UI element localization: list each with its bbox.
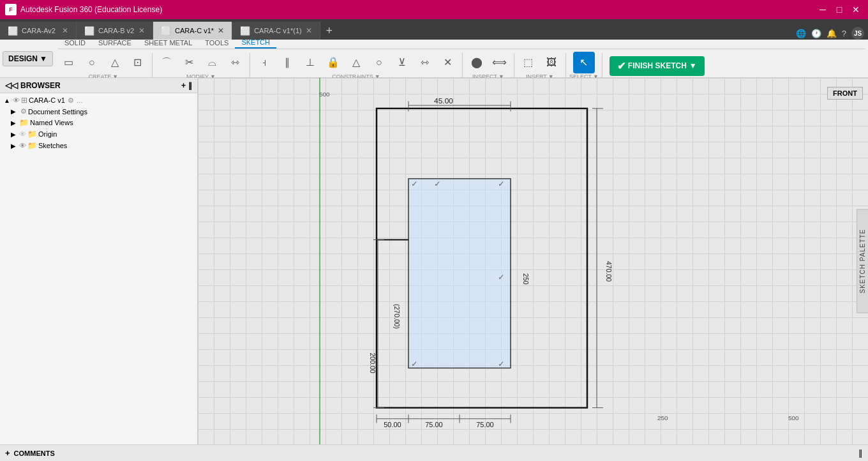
tab-label-2: CARA-B v2	[98, 27, 134, 34]
restore-button[interactable]: □	[832, 3, 846, 17]
tool-triangle[interactable]: △	[104, 52, 126, 73]
perp-icon: ⊥	[306, 57, 315, 68]
more-icon-root[interactable]: …	[77, 97, 83, 104]
tab-close-1[interactable]: ✕	[62, 26, 68, 35]
tab-icon-4: ⬜	[240, 26, 250, 36]
tab-icon-1: ⬜	[8, 26, 18, 36]
browser-header: ◁◁ BROWSER + ‖	[0, 78, 197, 93]
expand-named[interactable]: ▶	[9, 119, 18, 126]
tree-item-root[interactable]: ▲ 👁 ⊞ CARA-C v1 ⚙ …	[0, 94, 197, 106]
tab-surface[interactable]: SURFACE	[92, 37, 138, 49]
finish-sketch-button[interactable]: ✔ FINISH SKETCH ▼	[610, 56, 705, 76]
trim-icon: ✂	[185, 57, 193, 68]
tree-item-doc-settings[interactable]: ▶ ⚙ Document Settings	[0, 106, 197, 117]
point-icon: ⊡	[133, 57, 142, 68]
tree-label-root: CARA-C v1	[29, 96, 65, 104]
fillet-icon: ⌒	[161, 57, 172, 68]
folder-icon-origin: 📁	[27, 130, 37, 139]
tool-insert2[interactable]: 🖼	[541, 52, 562, 73]
tab-sheet-metal[interactable]: SHEET METAL	[138, 37, 198, 49]
minimize-button[interactable]: ─	[816, 3, 830, 17]
comments-label: COMMENTS	[14, 450, 55, 457]
browser-panel: ◁◁ BROWSER + ‖ ▲ 👁 ⊞ CARA-C v1 ⚙ … ▶ ⚙ D…	[0, 78, 198, 444]
tool-symmetric[interactable]: ⇿	[414, 52, 436, 73]
gear-icon-root[interactable]: ⚙	[68, 96, 74, 105]
sketch-palette-panel[interactable]: SKETCH PALETTE	[857, 209, 868, 313]
select-group: ↖ SELECT ▼	[569, 52, 599, 80]
tree-label-doc: Document Settings	[28, 108, 87, 116]
tool-offset[interactable]: ⌓	[202, 52, 223, 73]
tab-close-4[interactable]: ✕	[306, 26, 312, 35]
tool-fix[interactable]: ⫞	[253, 52, 275, 73]
tree-label-origin: Origin	[38, 130, 57, 138]
tool-mirror[interactable]: ⇿	[225, 52, 246, 73]
canvas-area: ✓ ✓ ✓ ✓ ✓ ✓ 45.00 470.00 250 (270.00) 20…	[198, 78, 868, 444]
divider-5	[565, 53, 566, 79]
design-label: DESIGN	[8, 54, 38, 63]
tab-icon-3: ⬜	[161, 26, 171, 36]
browser-more-icon[interactable]: ‖	[188, 81, 192, 90]
tool-perp[interactable]: ⊥	[299, 52, 321, 73]
close-button[interactable]: ✕	[849, 3, 863, 17]
tool-lock[interactable]: 🔒	[322, 52, 344, 73]
comp-icon-root: ⊞	[21, 96, 27, 105]
divider-1	[152, 53, 153, 79]
tool-trim[interactable]: ✂	[179, 52, 200, 73]
inspect1-icon: ⬤	[471, 57, 483, 68]
tab-label-3: CARA-C v1*	[175, 27, 214, 34]
tool-tangent[interactable]: ○	[368, 52, 390, 73]
tab-close-2[interactable]: ✕	[138, 26, 145, 35]
design-dropdown-button[interactable]: DESIGN ▼	[3, 51, 53, 66]
gear-icon-doc: ⚙	[20, 107, 27, 116]
offset-icon: ⌓	[208, 57, 216, 68]
tool-fillet[interactable]: ⌒	[156, 52, 177, 73]
tool-equal[interactable]: △	[345, 52, 367, 73]
expand-sketches[interactable]: ▶	[9, 142, 18, 149]
insert2-icon: 🖼	[546, 57, 557, 68]
expand-doc[interactable]: ▶	[9, 108, 18, 115]
inspect2-icon: ⟺	[492, 57, 507, 68]
tool-rectangle[interactable]: ▭	[58, 52, 80, 73]
expand-origin[interactable]: ▶	[9, 131, 18, 138]
tool-circle[interactable]: ○	[81, 52, 103, 73]
tab-label-4: CARA-C v1*(1)	[254, 27, 302, 34]
divider-2	[250, 53, 250, 79]
parallel-icon: ∥	[285, 57, 290, 68]
tool-parallel[interactable]: ∥	[276, 52, 298, 73]
eye-origin[interactable]: 👁	[19, 130, 26, 138]
tool-smooth[interactable]: ✕	[437, 52, 459, 73]
tree-item-sketches[interactable]: ▶ 👁 📁 Sketches	[0, 140, 197, 151]
tree-label-named: Named Views	[30, 119, 73, 126]
insert-group: ⬚ 🖼 INSERT ▼	[518, 52, 562, 80]
browser-add-icon[interactable]: +	[181, 81, 186, 90]
divider-6	[602, 53, 602, 79]
circle-icon: ○	[89, 57, 95, 68]
app-icon-text: F	[9, 6, 13, 13]
finish-check-icon: ✔	[617, 60, 625, 72]
finish-sketch-label: FINISH SKETCH	[628, 61, 687, 70]
modify-group: ⌒ ✂ ⌓ ⇿ MODIFY ▼	[156, 52, 246, 80]
tool-inspect1[interactable]: ⬤	[466, 52, 488, 73]
expand-root[interactable]: ▲	[3, 97, 11, 104]
app-icon: F	[5, 4, 17, 15]
tool-collinear[interactable]: ⊻	[391, 52, 413, 73]
select-icon: ↖	[580, 57, 588, 68]
comments-expand-icon[interactable]: ‖	[858, 448, 863, 458]
browser-collapse-icon[interactable]: ◁◁	[5, 80, 18, 90]
tool-insert1[interactable]: ⬚	[518, 52, 539, 73]
tab-close-3[interactable]: ✕	[218, 26, 224, 35]
tab-tools[interactable]: TOOLS	[198, 37, 235, 49]
tool-point[interactable]: ⊡	[127, 52, 149, 73]
front-view-label[interactable]: FRONT	[827, 87, 863, 100]
eye-sketches[interactable]: 👁	[19, 142, 26, 149]
tree-item-origin[interactable]: ▶ 👁 📁 Origin	[0, 128, 197, 140]
tab-sketch[interactable]: SKETCH	[235, 37, 276, 49]
tree-item-named-views[interactable]: ▶ 📁 Named Views	[0, 117, 197, 128]
tab-solid[interactable]: SOLID	[58, 37, 92, 49]
comments-bar: + COMMENTS ‖	[0, 444, 868, 461]
comments-plus-icon[interactable]: +	[5, 448, 10, 458]
axis-line	[319, 78, 320, 444]
eye-root[interactable]: 👁	[13, 96, 20, 104]
tool-inspect2[interactable]: ⟺	[489, 52, 511, 73]
tool-select[interactable]: ↖	[573, 52, 595, 73]
